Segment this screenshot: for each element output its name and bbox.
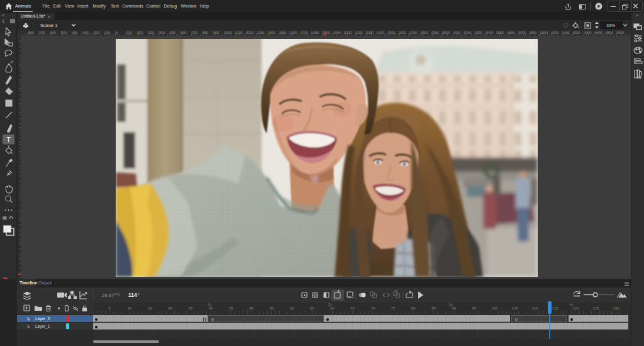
svg-text:T: T — [6, 136, 11, 143]
